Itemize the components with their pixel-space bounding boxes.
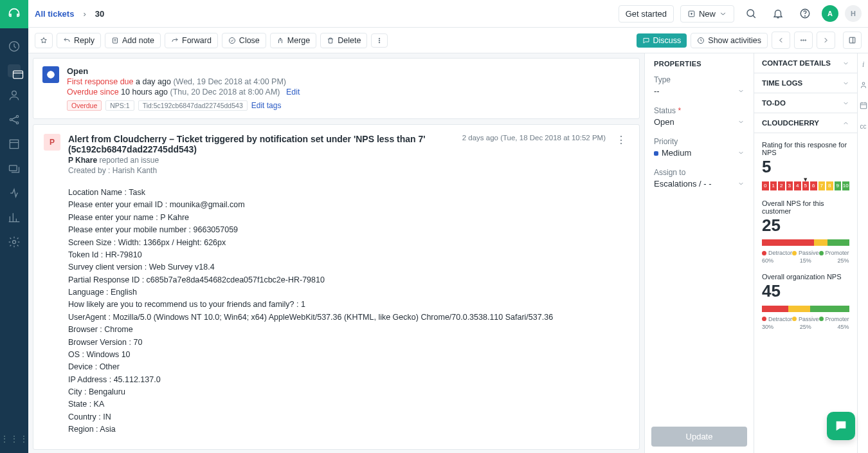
nav-apps[interactable]: ⋮⋮⋮	[0, 434, 29, 444]
chevron-down-icon	[737, 149, 745, 156]
star-icon	[40, 37, 48, 44]
nav-dashboard[interactable]	[8, 40, 21, 53]
svg-rect-6	[10, 165, 17, 171]
message-body: Location Name : TaskPlease enter your em…	[68, 187, 629, 436]
prev-ticket-button[interactable]	[772, 32, 790, 49]
search-icon	[745, 8, 757, 19]
ticket-subject: Alert from Cloudcherry – Ticket triggere…	[68, 134, 455, 154]
timelogs-section[interactable]: TIME LOGS	[754, 73, 857, 93]
delete-button[interactable]: Delete	[320, 33, 367, 48]
svg-point-19	[803, 40, 804, 41]
update-button[interactable]: Update	[651, 427, 747, 447]
ticket-author-line: P Khare reported an issue	[68, 156, 455, 165]
ticket-status-card: Open First response due a day ago (Wed, …	[33, 58, 640, 119]
cloudcherry-section[interactable]: CLOUDCHERRY	[754, 113, 857, 133]
svg-point-18	[800, 40, 802, 41]
property-assign[interactable]: Assign to Escalations / - -	[645, 164, 754, 195]
requester-icon[interactable]	[858, 79, 868, 91]
nps-legend: Detractor Passive Promoter	[762, 250, 849, 256]
chat-widget[interactable]	[827, 412, 855, 440]
more-nav-button[interactable]	[794, 32, 813, 49]
top-bar: All tickets › 30 Get started New A H	[28, 0, 868, 28]
close-button[interactable]: Close	[222, 33, 266, 48]
cloudcherry-icon[interactable]: cc	[858, 120, 868, 132]
chevron-down-icon	[842, 60, 849, 67]
layout-icon	[848, 36, 856, 44]
edit-sla-link[interactable]: Edit	[286, 88, 300, 97]
nav-forums[interactable]	[8, 162, 21, 175]
message-more-button[interactable]: ⋮	[613, 134, 629, 175]
note-icon	[111, 37, 119, 44]
plus-box-icon	[687, 10, 696, 18]
left-nav: ⋮⋮⋮	[0, 0, 28, 453]
org-nps-value: 45	[762, 282, 849, 300]
svg-point-5	[16, 122, 18, 124]
calendar-icon[interactable]	[858, 100, 868, 111]
customer-nps-bar	[762, 239, 849, 246]
property-status[interactable]: Status * Open	[645, 102, 754, 133]
property-type[interactable]: Type --	[645, 71, 754, 102]
reply-button[interactable]: Reply	[57, 33, 101, 48]
svg-point-11	[805, 15, 806, 16]
tag-overdue[interactable]: Overdue	[67, 100, 102, 111]
edit-tags-link[interactable]: Edit tags	[251, 101, 282, 110]
notifications-button[interactable]	[768, 3, 788, 24]
tag-nps[interactable]: NPS:1	[105, 100, 134, 111]
merge-button[interactable]: Merge	[270, 33, 316, 48]
reply-icon	[63, 37, 71, 44]
get-started-button[interactable]: Get started	[619, 5, 674, 23]
overdue-since: Overdue since 10 hours ago (Thu, 20 Dec …	[67, 88, 630, 97]
nav-admin[interactable]	[8, 236, 21, 248]
new-button[interactable]: New	[680, 5, 734, 23]
more-actions-button[interactable]	[371, 33, 388, 48]
ticket-timestamp: 2 days ago (Tue, 18 Dec 2018 at 10:52 PM…	[462, 134, 606, 142]
org-avatar[interactable]: A	[822, 5, 838, 22]
nav-solutions[interactable]	[8, 138, 21, 151]
discuss-button[interactable]: Discuss	[637, 33, 687, 48]
chevron-up-icon	[842, 120, 849, 127]
svg-point-14	[379, 38, 381, 39]
nav-automations[interactable]	[8, 187, 21, 199]
trash-icon	[327, 37, 334, 44]
nav-social[interactable]	[8, 113, 21, 126]
svg-point-7	[13, 241, 16, 244]
svg-point-20	[805, 40, 806, 41]
expand-button[interactable]	[843, 32, 862, 49]
nav-reports[interactable]	[8, 211, 21, 224]
help-button[interactable]	[795, 3, 815, 24]
svg-point-3	[10, 118, 12, 120]
forward-button[interactable]: Forward	[165, 33, 218, 48]
nav-contacts[interactable]	[8, 89, 21, 102]
todo-section[interactable]: TO-DO	[754, 93, 857, 113]
svg-point-16	[379, 42, 381, 43]
chevron-down-icon	[737, 118, 745, 125]
svg-rect-1	[14, 71, 23, 79]
customer-nps-value: 25	[762, 216, 849, 235]
customer-nps-label: Overall NPS for this customer	[762, 199, 849, 215]
info-icon[interactable]: i	[858, 59, 868, 70]
chevron-right-icon: ›	[80, 9, 88, 19]
forward-icon	[171, 37, 179, 44]
ticket-body: Open First response due a day ago (Wed, …	[28, 53, 644, 453]
svg-point-2	[12, 91, 17, 95]
show-activities-button[interactable]: Show activities	[691, 33, 768, 48]
user-avatar[interactable]: H	[845, 5, 862, 22]
svg-point-4	[16, 115, 18, 117]
tag-tid[interactable]: Tid:5c192cb6847dad22745dd543	[138, 100, 248, 111]
ticket-toolbar: Reply Add note Forward Close Merge Delet…	[28, 28, 868, 53]
svg-point-9	[747, 10, 754, 17]
svg-point-24	[862, 82, 865, 85]
nav-tickets[interactable]	[8, 64, 21, 77]
breadcrumb-root[interactable]: All tickets	[35, 9, 74, 19]
search-button[interactable]	[741, 3, 761, 24]
next-ticket-button[interactable]	[817, 32, 835, 49]
add-note-button[interactable]: Add note	[105, 33, 161, 48]
chevron-down-icon	[719, 10, 727, 18]
contact-details-section[interactable]: CONTACT DETAILS	[754, 53, 857, 73]
star-button[interactable]	[35, 33, 53, 48]
nps-rating-value: 5	[762, 158, 849, 176]
brand-logo[interactable]	[0, 0, 28, 28]
chat-icon	[642, 37, 650, 44]
property-priority[interactable]: Priority Medium	[645, 133, 754, 164]
org-nps-bar	[762, 306, 849, 312]
